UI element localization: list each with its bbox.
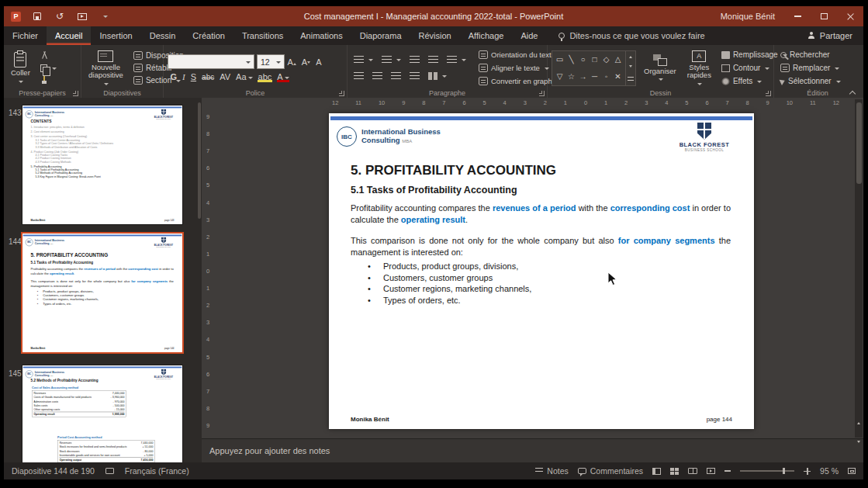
scrollbar-thumb[interactable] <box>856 102 862 184</box>
minimize-button[interactable] <box>784 6 811 26</box>
fit-slide-button[interactable] <box>848 468 856 474</box>
increase-indent-button[interactable] <box>426 54 441 66</box>
vertical-ruler[interactable]: 9876543210123456789 <box>203 113 213 429</box>
justify-button[interactable] <box>407 71 422 82</box>
shape-icon[interactable]: ╲ <box>569 55 573 64</box>
slide-144-editor[interactable]: IBC International Business Consulting MB… <box>329 113 754 429</box>
font-color-button[interactable]: A <box>275 72 292 81</box>
thumbnails-scrollbar[interactable] <box>198 102 201 219</box>
slide-thumbnails-panel[interactable]: 143 IBC International Business Consultin… <box>4 98 202 462</box>
undo-button[interactable]: ↺ <box>54 10 66 22</box>
slide-subtitle[interactable]: 5.1 Tasks of Profitability Accounting <box>351 185 517 196</box>
ribbon-tab[interactable]: Accueil <box>47 26 91 45</box>
quick-styles-button[interactable]: Styles rapides <box>684 50 714 87</box>
previous-slide-button[interactable] <box>857 414 860 427</box>
current-slide[interactable]: IBC International Business Consulting MB… <box>329 113 754 429</box>
language-indicator[interactable]: Français (France) <box>125 466 189 476</box>
slide-bullet-list[interactable]: Products, product groups, divisions,Cust… <box>351 261 731 306</box>
shape-icon[interactable]: □ <box>592 55 597 64</box>
shape-icon[interactable]: ▽ <box>557 72 563 81</box>
slide-title[interactable]: 5. PROFITABILITY ACCOUNTING <box>351 163 556 178</box>
thumbnail-slide-145[interactable]: IBC International Business Consulting MB… <box>22 365 182 462</box>
notes-pane[interactable]: Appuyez pour ajouter des notes <box>202 438 863 462</box>
save-button[interactable] <box>31 10 43 22</box>
ribbon-tab[interactable]: Révision <box>410 26 460 45</box>
collapse-ribbon-button[interactable] <box>849 90 856 95</box>
copy-button[interactable] <box>38 62 59 74</box>
slide-sorter-view-button[interactable] <box>670 468 679 475</box>
close-button[interactable] <box>837 6 863 26</box>
zoom-level[interactable]: 95 % <box>820 466 839 476</box>
vertical-scrollbar[interactable] <box>855 99 863 438</box>
ribbon-tab[interactable]: Diaporama <box>351 26 410 45</box>
strikethrough-button[interactable]: abc <box>199 73 217 81</box>
shapes-gallery[interactable]: ▭╲○□◇△▽☆→─◦✕ <box>552 50 636 86</box>
comments-toggle-button[interactable]: Commentaires <box>578 466 643 476</box>
ribbon-tab[interactable]: Aide <box>512 26 546 45</box>
shape-icon[interactable]: △ <box>615 55 621 64</box>
dialog-launcher-icon[interactable] <box>339 91 344 96</box>
shape-icon[interactable]: ─ <box>592 72 597 81</box>
numbering-button[interactable] <box>379 54 403 66</box>
clear-formatting-button[interactable]: A <box>313 57 324 67</box>
dialog-launcher-icon[interactable] <box>539 91 545 96</box>
slide-paragraph[interactable]: This comparison is done not only for the… <box>351 235 731 258</box>
align-center-button[interactable] <box>370 71 385 82</box>
text-highlight-button[interactable]: abc <box>255 72 275 81</box>
italic-button[interactable]: I <box>180 72 188 81</box>
zoom-out-button[interactable] <box>724 470 731 472</box>
replace-button[interactable]: Remplacer <box>778 62 842 74</box>
paste-button[interactable]: Coller <box>8 50 33 87</box>
notes-toggle-button[interactable]: Notes <box>535 466 568 476</box>
thumbnail-slide-144[interactable]: IBC International Business Consulting MB… <box>22 234 182 352</box>
slideshow-view-button[interactable] <box>707 468 715 474</box>
grow-font-button[interactable]: A <box>285 57 299 67</box>
find-button[interactable]: Rechercher <box>778 49 832 61</box>
customize-quick-access-button[interactable] <box>99 10 111 22</box>
shape-icon[interactable]: ○ <box>580 55 585 64</box>
shape-icon[interactable]: → <box>579 72 587 81</box>
next-slide-button[interactable] <box>857 434 860 448</box>
maximize-button[interactable] <box>811 6 837 26</box>
new-slide-button[interactable]: Nouvelle diapositive <box>85 50 126 87</box>
share-button[interactable]: Partager <box>797 26 863 45</box>
account-name[interactable]: Monique Bénit <box>711 12 784 21</box>
thumbnail-slide-143[interactable]: IBC International Business Consulting MB… <box>22 106 182 224</box>
slide-paragraph[interactable]: Profitability accounting compares the re… <box>351 202 731 226</box>
normal-view-button[interactable] <box>652 468 661 475</box>
shape-icon[interactable]: ✕ <box>614 72 621 81</box>
shape-icon[interactable]: ◇ <box>603 55 610 64</box>
dialog-launcher-icon[interactable] <box>766 91 771 96</box>
shrink-font-button[interactable]: A <box>299 57 313 67</box>
cut-button[interactable] <box>38 50 59 61</box>
zoom-slider-thumb[interactable] <box>783 468 785 474</box>
bold-button[interactable]: G <box>168 72 180 81</box>
line-spacing-button[interactable] <box>444 54 469 66</box>
shape-icon[interactable]: ◦ <box>605 72 608 81</box>
shape-icon[interactable]: ▭ <box>556 55 563 64</box>
columns-button[interactable] <box>426 71 449 82</box>
reading-view-button[interactable] <box>688 468 697 474</box>
bullets-button[interactable] <box>351 54 375 66</box>
ribbon-tab[interactable]: Transitions <box>233 26 292 45</box>
ribbon-tab[interactable]: Fichier <box>4 26 47 45</box>
font-size-combo[interactable]: 12 <box>257 54 285 69</box>
format-painter-button[interactable] <box>38 74 59 86</box>
align-right-button[interactable] <box>389 71 403 82</box>
decrease-indent-button[interactable] <box>407 54 422 66</box>
ribbon-tab[interactable]: Création <box>184 26 233 45</box>
shapes-gallery-scroll[interactable] <box>625 51 635 85</box>
zoom-slider[interactable] <box>740 470 794 472</box>
change-case-button[interactable]: Aa <box>233 72 255 81</box>
slide-canvas[interactable]: 1211109876543210123456789101112 98765432… <box>202 98 863 438</box>
start-slideshow-button[interactable] <box>76 10 88 22</box>
slide-counter[interactable]: Diapositive 144 de 190 <box>12 466 95 476</box>
shape-icon[interactable]: ☆ <box>568 72 575 81</box>
font-name-combo[interactable] <box>168 54 254 69</box>
ribbon-tab[interactable]: Affichage <box>460 26 513 45</box>
arrange-button[interactable]: Organiser <box>641 50 680 87</box>
ribbon-tab[interactable]: Animations <box>292 26 351 45</box>
underline-button[interactable]: S <box>188 72 199 81</box>
align-left-button[interactable] <box>351 71 366 82</box>
character-spacing-button[interactable]: AV <box>217 72 233 81</box>
